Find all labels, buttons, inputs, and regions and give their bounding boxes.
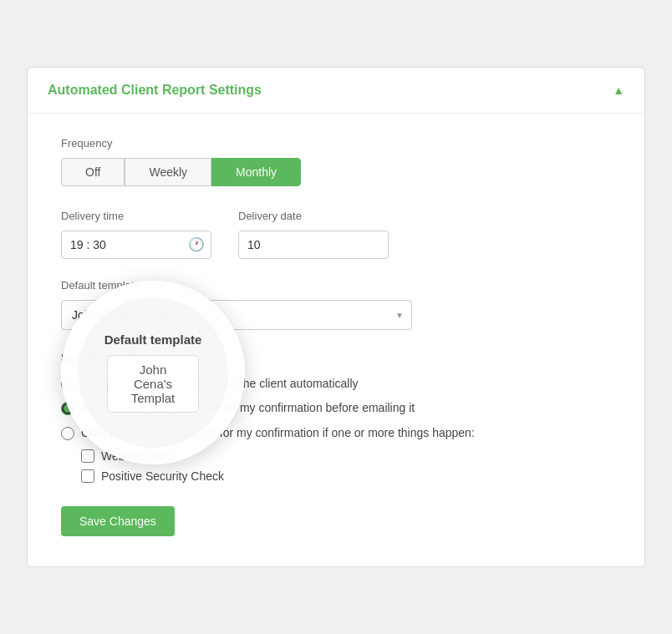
timepicker-title: Default template xyxy=(104,332,202,347)
delivery-time-col: Delivery time 🕐 xyxy=(61,210,211,259)
timepicker-popup: Default template John Cena's Templat xyxy=(61,281,245,464)
frequency-weekly-button[interactable]: Weekly xyxy=(125,158,211,186)
timepicker-inner: Default template John Cena's Templat xyxy=(78,297,228,448)
frequency-group: Off Weekly Monthly xyxy=(61,158,611,186)
checkbox-website-down[interactable] xyxy=(81,449,94,463)
delivery-date-col: Delivery date xyxy=(238,210,389,259)
timepicker-display: John Cena's Templat xyxy=(107,355,199,413)
card-body: Frequency Off Weekly Monthly Delivery ti… xyxy=(28,114,644,567)
delivery-time-input[interactable] xyxy=(61,231,211,259)
checkbox-positive-security-label: Positive Security Check xyxy=(101,469,224,483)
frequency-section: Frequency Off Weekly Monthly xyxy=(61,137,611,186)
delivery-row: Delivery time 🕐 Delivery date xyxy=(61,210,611,259)
collapse-icon[interactable]: ▲ xyxy=(613,84,624,97)
card-header: Automated Client Report Settings ▲ xyxy=(28,68,644,114)
delivery-date-input[interactable] xyxy=(238,231,389,259)
delivery-date-label: Delivery date xyxy=(238,210,389,222)
delivery-time-wrapper: 🕐 xyxy=(61,231,211,259)
checkbox-security-check-option: Positive Security Check xyxy=(81,469,611,483)
frequency-label: Frequency xyxy=(61,137,611,150)
save-changes-button[interactable]: Save Changes xyxy=(61,506,175,536)
checkbox-positive-security[interactable] xyxy=(81,469,94,483)
frequency-monthly-button[interactable]: Monthly xyxy=(211,158,301,186)
frequency-off-button[interactable]: Off xyxy=(61,158,125,186)
radio-conditional[interactable] xyxy=(61,427,74,440)
delivery-time-label: Delivery time xyxy=(61,210,211,222)
settings-card: Automated Client Report Settings ▲ Frequ… xyxy=(27,67,645,568)
card-title: Automated Client Report Settings xyxy=(48,83,262,98)
